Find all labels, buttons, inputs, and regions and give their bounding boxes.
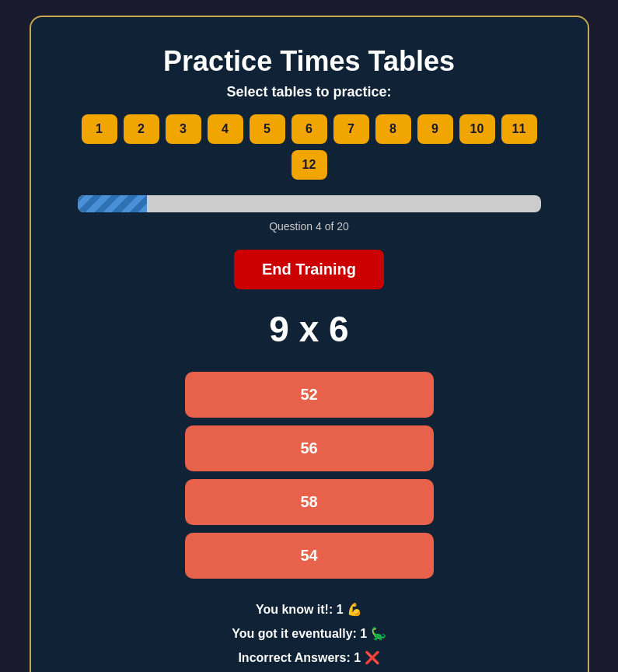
answer-button-52[interactable]: 52 <box>185 372 434 418</box>
stat-know-it: You know it!: 1 💪 <box>256 602 362 617</box>
table-button-9[interactable]: 9 <box>417 114 453 144</box>
answer-button-56[interactable]: 56 <box>185 425 434 471</box>
answer-button-54[interactable]: 54 <box>185 533 434 579</box>
stats-section: You know it!: 1 💪 You got it eventually:… <box>78 602 541 665</box>
progress-bar-container <box>78 195 541 212</box>
page-title: Practice Times Tables <box>163 45 455 78</box>
table-button-6[interactable]: 6 <box>292 114 327 144</box>
table-button-12[interactable]: 12 <box>292 150 327 180</box>
table-button-1[interactable]: 1 <box>82 114 117 144</box>
end-training-button[interactable]: End Training <box>234 250 384 289</box>
progress-bar-fill <box>78 195 147 212</box>
answer-button-58[interactable]: 58 <box>185 479 434 525</box>
app-container: Practice Times Tables Select tables to p… <box>0 0 618 672</box>
answer-options: 52565854 <box>185 372 434 579</box>
main-card: Practice Times Tables Select tables to p… <box>30 16 589 672</box>
table-button-11[interactable]: 11 <box>501 114 537 144</box>
table-button-8[interactable]: 8 <box>375 114 411 144</box>
question-counter: Question 4 of 20 <box>269 220 349 233</box>
table-button-7[interactable]: 7 <box>333 114 369 144</box>
stat-eventually: You got it eventually: 1 🦕 <box>232 626 386 641</box>
table-button-4[interactable]: 4 <box>208 114 243 144</box>
stat-incorrect: Incorrect Answers: 1 ❌ <box>238 650 379 665</box>
subtitle: Select tables to practice: <box>226 84 391 100</box>
table-buttons-group: 123456789101112 <box>78 114 541 180</box>
question-text: 9 x 6 <box>269 308 348 350</box>
table-button-5[interactable]: 5 <box>250 114 285 144</box>
table-button-2[interactable]: 2 <box>124 114 159 144</box>
table-button-10[interactable]: 10 <box>459 114 495 144</box>
table-button-3[interactable]: 3 <box>166 114 201 144</box>
